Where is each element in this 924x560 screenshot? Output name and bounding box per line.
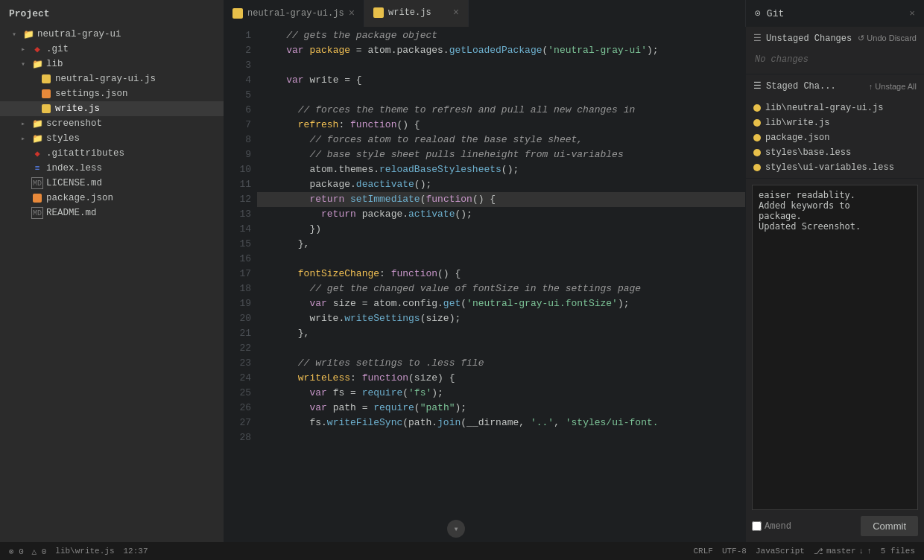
line-number-4: 4 — [230, 73, 251, 88]
tab-write-js[interactable]: write.js × — [364, 0, 469, 27]
branch-info: ⎇ master ↓ ↑ — [814, 547, 872, 556]
tab2-close-icon[interactable]: × — [453, 7, 459, 19]
folder-icon-styles: 📁 — [31, 133, 43, 144]
unstaged-icon: ☰ — [753, 33, 762, 44]
status-bar: ⊗ 0 △ 0 lib\write.js 12:37 CRLF UTF-8 Ja… — [0, 542, 924, 560]
status-time: 12:37 — [124, 547, 148, 556]
tab1-label: neutral-gray-ui.js — [247, 8, 344, 19]
js-file-icon-write — [40, 103, 52, 115]
line-number-12: 12 — [230, 192, 251, 207]
json-file-icon — [40, 88, 52, 100]
chevron-styles: ▸ — [21, 134, 28, 143]
line-ending[interactable]: CRLF — [694, 547, 713, 556]
sidebar-item-settings-json[interactable]: ▸ settings.json — [0, 86, 224, 101]
commit-button[interactable]: Commit — [861, 516, 918, 536]
tab1-close-icon[interactable]: × — [349, 7, 355, 19]
line-number-6: 6 — [230, 103, 251, 118]
code-line-1: // gets the package object — [257, 28, 745, 43]
git-panel: ☰ Unstaged Changes ↺ Undo Discard No cha… — [745, 27, 924, 542]
git-icon: ⊙ — [755, 7, 761, 19]
sidebar-item-package-json[interactable]: ▸ package.json — [0, 191, 224, 206]
json-file-icon-pkg — [31, 192, 43, 204]
line-number-28: 28 — [230, 430, 251, 445]
undo-discard-button[interactable]: ↺ Undo Discard — [858, 34, 917, 43]
code-content[interactable]: // gets the package object var package =… — [257, 27, 745, 542]
sidebar-item-write-js[interactable]: ▸ write.js — [0, 101, 224, 116]
line-number-15: 15 — [230, 237, 251, 252]
staged-file-styles-base[interactable]: styles\base.less — [746, 145, 924, 160]
encoding[interactable]: UTF-8 — [722, 547, 747, 556]
staged-file-label-5: styles\ui-variables.less — [765, 162, 894, 173]
js-icon-tab1 — [232, 8, 243, 19]
unstage-all-button[interactable]: ↑ Unstage All — [869, 82, 917, 91]
sidebar-item-label-index-less: index.less — [46, 163, 102, 174]
sidebar-item-label-package-json: package.json — [46, 193, 113, 203]
staged-file-package-json[interactable]: package.json — [746, 130, 924, 145]
sidebar-item-index-less[interactable]: ▸ ≡ index.less — [0, 161, 224, 176]
amend-checkbox[interactable]: Amend — [752, 521, 791, 532]
sidebar-item-gitattributes[interactable]: ▸ ◆ .gitattributes — [0, 146, 224, 161]
sidebar-item-screenshot[interactable]: ▸ 📁 screenshot — [0, 116, 224, 131]
sidebar-item-styles[interactable]: ▸ 📁 styles — [0, 131, 224, 146]
code-line-2: var package = atom.packages.getLoadedPac… — [257, 43, 745, 58]
code-line-19: var size = atom.config.get('neutral-gray… — [257, 296, 745, 311]
sidebar-item-lib[interactable]: ▾ 📁 lib — [0, 57, 224, 71]
tab-neutral-gray-ui-js[interactable]: neutral-gray-ui.js × — [224, 0, 364, 27]
chevron-git: ▸ — [21, 45, 28, 54]
commit-message-input[interactable]: eaiser readablity. Added keywords to pac… — [752, 185, 918, 510]
line-number-2: 2 — [230, 43, 251, 58]
line-number-11: 11 — [230, 177, 251, 192]
staged-dot-5 — [753, 164, 761, 171]
sidebar-item-readme-md[interactable]: ▸ MD README.md — [0, 206, 224, 220]
line-number-5: 5 — [230, 88, 251, 103]
js-icon-tab2 — [373, 7, 384, 18]
branch-icon: ⎇ — [814, 547, 823, 556]
line-number-10: 10 — [230, 162, 251, 177]
sidebar-item-label-readme-md: README.md — [46, 208, 97, 218]
sidebar-item-label-root: neutral-gray-ui — [37, 29, 121, 39]
tab2-label: write.js — [388, 7, 431, 18]
project-label: Project — [9, 8, 50, 19]
line-number-16: 16 — [230, 252, 251, 267]
code-line-10: atom.themes.reloadBaseStylesheets(); — [257, 162, 745, 177]
git-panel-close-icon[interactable]: × — [909, 8, 915, 19]
line-number-9: 9 — [230, 147, 251, 162]
sidebar-item-label-license-md: LICENSE.md — [46, 178, 102, 188]
down-arrow: ↓ — [859, 547, 864, 556]
line-number-25: 25 — [230, 386, 251, 401]
sidebar: ▾ 📁 neutral-gray-ui ▸ ◆ .git ▾ 📁 lib ▸ n… — [0, 27, 224, 542]
md-file-icon-license: MD — [31, 177, 43, 189]
staged-icon: ☰ — [753, 80, 762, 92]
sidebar-item-label-settings-json: settings.json — [55, 89, 128, 99]
code-line-14: }) — [257, 222, 745, 237]
code-line-26: var path = require("path"); — [257, 401, 745, 416]
line-number-18: 18 — [230, 281, 251, 296]
status-right: CRLF UTF-8 JavaScript ⎇ master ↓ ↑ 5 fil… — [694, 547, 915, 556]
code-line-13: return package.activate(); — [257, 207, 745, 222]
sidebar-item-license-md[interactable]: ▸ MD LICENSE.md — [0, 176, 224, 191]
up-arrow: ↑ — [867, 547, 872, 556]
chevron-root: ▾ — [12, 30, 19, 39]
staged-file-lib-write[interactable]: lib\write.js — [746, 115, 924, 130]
sidebar-item-root[interactable]: ▾ 📁 neutral-gray-ui — [0, 27, 224, 42]
staged-file-label-2: lib\write.js — [765, 118, 829, 128]
amend-checkbox-input[interactable] — [752, 521, 762, 531]
unstage-all-label: ↑ Unstage All — [869, 82, 917, 91]
code-line-27: fs.writeFileSync(path.join(__dirname, '.… — [257, 416, 745, 430]
sidebar-item-git[interactable]: ▸ ◆ .git — [0, 42, 224, 57]
folder-icon-lib: 📁 — [31, 58, 43, 70]
scroll-down-button[interactable]: ▾ — [447, 520, 465, 538]
code-line-22 — [257, 341, 745, 356]
staged-file-styles-ui[interactable]: styles\ui-variables.less — [746, 160, 924, 175]
sidebar-item-neutral-gray-ui-js[interactable]: ▸ neutral-gray-ui.js — [0, 71, 224, 86]
branch-name: master — [826, 547, 856, 556]
staged-file-label-3: package.json — [765, 133, 829, 143]
staged-dot-3 — [753, 134, 761, 141]
line-number-20: 20 — [230, 311, 251, 326]
git-panel-header: ⊙ Git × — [745, 0, 924, 27]
editor-content[interactable]: 1234567891011121314151617181920212223242… — [224, 27, 745, 542]
line-number-8: 8 — [230, 133, 251, 147]
staged-file-lib-neutral[interactable]: lib\neutral-gray-ui.js — [746, 101, 924, 115]
status-left: ⊗ 0 △ 0 lib\write.js 12:37 — [9, 547, 148, 556]
language[interactable]: JavaScript — [756, 547, 805, 556]
